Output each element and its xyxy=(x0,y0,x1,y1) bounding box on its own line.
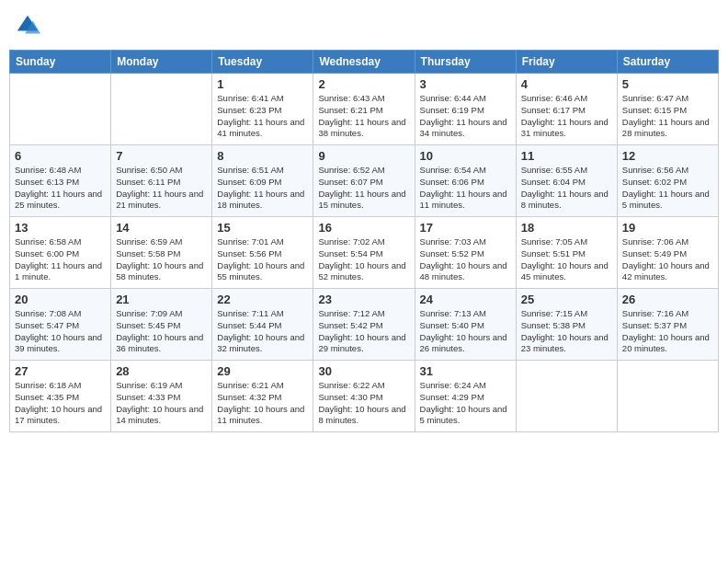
day-number: 26 xyxy=(622,293,713,306)
day-info: Sunrise: 7:09 AM Sunset: 5:45 PM Dayligh… xyxy=(116,308,207,355)
calendar-table: SundayMondayTuesdayWednesdayThursdayFrid… xyxy=(9,50,719,432)
day-number: 28 xyxy=(116,364,207,378)
day-info: Sunrise: 7:16 AM Sunset: 5:37 PM Dayligh… xyxy=(622,308,713,355)
day-info: Sunrise: 6:43 AM Sunset: 6:21 PM Dayligh… xyxy=(318,93,409,140)
day-info: Sunrise: 6:54 AM Sunset: 6:06 PM Dayligh… xyxy=(420,165,511,212)
day-info: Sunrise: 6:46 AM Sunset: 6:17 PM Dayligh… xyxy=(521,93,612,140)
day-number: 29 xyxy=(217,364,308,378)
day-info: Sunrise: 6:44 AM Sunset: 6:19 PM Dayligh… xyxy=(420,93,511,140)
day-number: 19 xyxy=(622,221,713,235)
calendar-cell: 2Sunrise: 6:43 AM Sunset: 6:21 PM Daylig… xyxy=(313,74,415,145)
day-info: Sunrise: 6:55 AM Sunset: 6:04 PM Dayligh… xyxy=(521,165,612,212)
day-number: 21 xyxy=(116,293,207,306)
day-info: Sunrise: 7:15 AM Sunset: 5:38 PM Dayligh… xyxy=(521,308,612,355)
calendar-cell: 28Sunrise: 6:19 AM Sunset: 4:33 PM Dayli… xyxy=(111,361,212,432)
calendar-cell: 27Sunrise: 6:18 AM Sunset: 4:35 PM Dayli… xyxy=(10,361,111,432)
calendar-cell: 11Sunrise: 6:55 AM Sunset: 6:04 PM Dayli… xyxy=(516,145,617,217)
day-info: Sunrise: 7:13 AM Sunset: 5:40 PM Dayligh… xyxy=(420,308,511,355)
day-number: 30 xyxy=(318,364,409,378)
calendar-cell: 16Sunrise: 7:02 AM Sunset: 5:54 PM Dayli… xyxy=(313,217,415,289)
day-info: Sunrise: 7:02 AM Sunset: 5:54 PM Dayligh… xyxy=(318,236,409,283)
calendar-cell: 9Sunrise: 6:52 AM Sunset: 6:07 PM Daylig… xyxy=(313,145,415,217)
calendar-cell: 17Sunrise: 7:03 AM Sunset: 5:52 PM Dayli… xyxy=(415,217,516,289)
day-number: 9 xyxy=(318,149,409,163)
column-header-saturday: Saturday xyxy=(617,51,718,74)
day-number: 18 xyxy=(521,221,612,235)
calendar-cell xyxy=(617,361,718,432)
day-number: 22 xyxy=(217,293,308,306)
day-info: Sunrise: 6:56 AM Sunset: 6:02 PM Dayligh… xyxy=(622,165,713,212)
day-number: 25 xyxy=(521,293,612,306)
calendar-cell: 15Sunrise: 7:01 AM Sunset: 5:56 PM Dayli… xyxy=(212,217,313,289)
calendar-cell xyxy=(516,361,617,432)
day-info: Sunrise: 7:11 AM Sunset: 5:44 PM Dayligh… xyxy=(217,308,308,355)
calendar-cell: 6Sunrise: 6:48 AM Sunset: 6:13 PM Daylig… xyxy=(10,145,111,217)
calendar-cell: 12Sunrise: 6:56 AM Sunset: 6:02 PM Dayli… xyxy=(617,145,718,217)
day-number: 12 xyxy=(622,149,713,163)
column-header-monday: Monday xyxy=(111,51,212,74)
calendar-cell: 26Sunrise: 7:16 AM Sunset: 5:37 PM Dayli… xyxy=(617,289,718,361)
calendar-week-row: 13Sunrise: 6:58 AM Sunset: 6:00 PM Dayli… xyxy=(10,217,719,289)
day-info: Sunrise: 6:21 AM Sunset: 4:32 PM Dayligh… xyxy=(217,380,308,427)
calendar-cell: 8Sunrise: 6:51 AM Sunset: 6:09 PM Daylig… xyxy=(212,145,313,217)
day-info: Sunrise: 6:24 AM Sunset: 4:29 PM Dayligh… xyxy=(420,380,511,427)
day-info: Sunrise: 6:52 AM Sunset: 6:07 PM Dayligh… xyxy=(318,165,409,212)
calendar-cell: 19Sunrise: 7:06 AM Sunset: 5:49 PM Dayli… xyxy=(617,217,718,289)
day-info: Sunrise: 6:18 AM Sunset: 4:35 PM Dayligh… xyxy=(15,380,106,427)
day-number: 14 xyxy=(116,221,207,235)
day-number: 4 xyxy=(521,77,612,91)
calendar-cell: 4Sunrise: 6:46 AM Sunset: 6:17 PM Daylig… xyxy=(516,74,617,145)
calendar-cell: 30Sunrise: 6:22 AM Sunset: 4:30 PM Dayli… xyxy=(313,361,415,432)
day-number: 7 xyxy=(116,149,207,163)
calendar-cell xyxy=(111,74,212,145)
calendar-cell: 20Sunrise: 7:08 AM Sunset: 5:47 PM Dayli… xyxy=(10,289,111,361)
logo xyxy=(15,13,44,39)
page-header xyxy=(9,9,719,42)
day-number: 23 xyxy=(318,293,409,306)
calendar-week-row: 1Sunrise: 6:41 AM Sunset: 6:23 PM Daylig… xyxy=(10,74,719,145)
day-info: Sunrise: 7:03 AM Sunset: 5:52 PM Dayligh… xyxy=(420,236,511,283)
day-number: 3 xyxy=(420,77,511,91)
calendar-cell: 10Sunrise: 6:54 AM Sunset: 6:06 PM Dayli… xyxy=(415,145,516,217)
day-number: 20 xyxy=(15,293,106,306)
calendar-cell: 7Sunrise: 6:50 AM Sunset: 6:11 PM Daylig… xyxy=(111,145,212,217)
calendar-cell: 3Sunrise: 6:44 AM Sunset: 6:19 PM Daylig… xyxy=(415,74,516,145)
logo-icon xyxy=(15,13,40,39)
calendar-cell: 31Sunrise: 6:24 AM Sunset: 4:29 PM Dayli… xyxy=(415,361,516,432)
calendar-cell xyxy=(10,74,111,145)
day-number: 16 xyxy=(318,221,409,235)
day-number: 10 xyxy=(420,149,511,163)
calendar-cell: 18Sunrise: 7:05 AM Sunset: 5:51 PM Dayli… xyxy=(516,217,617,289)
day-number: 15 xyxy=(217,221,308,235)
column-header-wednesday: Wednesday xyxy=(313,51,415,74)
day-number: 31 xyxy=(420,364,511,378)
day-info: Sunrise: 7:12 AM Sunset: 5:42 PM Dayligh… xyxy=(318,308,409,355)
day-info: Sunrise: 6:19 AM Sunset: 4:33 PM Dayligh… xyxy=(116,380,207,427)
day-info: Sunrise: 7:06 AM Sunset: 5:49 PM Dayligh… xyxy=(622,236,713,283)
day-info: Sunrise: 7:08 AM Sunset: 5:47 PM Dayligh… xyxy=(15,308,106,355)
day-info: Sunrise: 6:22 AM Sunset: 4:30 PM Dayligh… xyxy=(318,380,409,427)
calendar-header-row: SundayMondayTuesdayWednesdayThursdayFrid… xyxy=(10,51,719,74)
day-number: 8 xyxy=(217,149,308,163)
day-number: 24 xyxy=(420,293,511,306)
column-header-friday: Friday xyxy=(516,51,617,74)
calendar-cell: 13Sunrise: 6:58 AM Sunset: 6:00 PM Dayli… xyxy=(10,217,111,289)
day-info: Sunrise: 6:51 AM Sunset: 6:09 PM Dayligh… xyxy=(217,165,308,212)
day-info: Sunrise: 6:48 AM Sunset: 6:13 PM Dayligh… xyxy=(15,165,106,212)
day-number: 17 xyxy=(420,221,511,235)
day-number: 13 xyxy=(15,221,106,235)
day-info: Sunrise: 6:50 AM Sunset: 6:11 PM Dayligh… xyxy=(116,165,207,212)
calendar-cell: 23Sunrise: 7:12 AM Sunset: 5:42 PM Dayli… xyxy=(313,289,415,361)
calendar-week-row: 27Sunrise: 6:18 AM Sunset: 4:35 PM Dayli… xyxy=(10,361,719,432)
calendar-cell: 22Sunrise: 7:11 AM Sunset: 5:44 PM Dayli… xyxy=(212,289,313,361)
calendar-week-row: 6Sunrise: 6:48 AM Sunset: 6:13 PM Daylig… xyxy=(10,145,719,217)
day-info: Sunrise: 7:01 AM Sunset: 5:56 PM Dayligh… xyxy=(217,236,308,283)
day-info: Sunrise: 6:58 AM Sunset: 6:00 PM Dayligh… xyxy=(15,236,106,283)
day-info: Sunrise: 7:05 AM Sunset: 5:51 PM Dayligh… xyxy=(521,236,612,283)
calendar-cell: 14Sunrise: 6:59 AM Sunset: 5:58 PM Dayli… xyxy=(111,217,212,289)
calendar-cell: 1Sunrise: 6:41 AM Sunset: 6:23 PM Daylig… xyxy=(212,74,313,145)
day-info: Sunrise: 6:47 AM Sunset: 6:15 PM Dayligh… xyxy=(622,93,713,140)
day-info: Sunrise: 6:59 AM Sunset: 5:58 PM Dayligh… xyxy=(116,236,207,283)
calendar-cell: 25Sunrise: 7:15 AM Sunset: 5:38 PM Dayli… xyxy=(516,289,617,361)
day-number: 27 xyxy=(15,364,106,378)
